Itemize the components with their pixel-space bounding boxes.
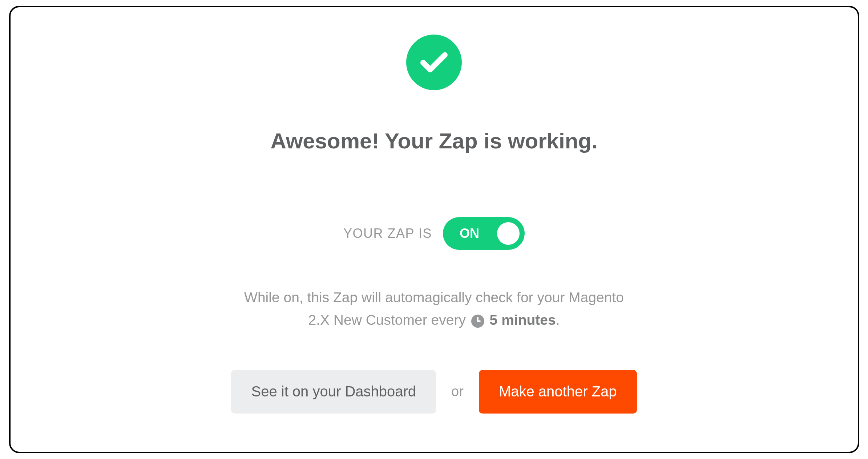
zap-on-toggle[interactable]: ON — [443, 217, 525, 250]
zap-status-row: YOUR ZAP IS ON — [343, 217, 525, 250]
description-line2-prefix: 2.X New Customer every — [308, 312, 469, 328]
check-interval: 5 minutes — [490, 312, 556, 328]
toggle-state-text: ON — [460, 226, 479, 241]
success-heading: Awesome! Your Zap is working. — [270, 128, 597, 153]
toggle-knob — [497, 222, 520, 245]
or-separator: or — [451, 384, 464, 399]
clock-icon — [471, 315, 484, 328]
success-check-icon — [406, 35, 462, 90]
description-line1: While on, this Zap will automagically ch… — [244, 290, 624, 305]
zap-success-dialog: Awesome! Your Zap is working. YOUR ZAP I… — [9, 6, 859, 453]
description-period: . — [556, 312, 560, 328]
zap-description: While on, this Zap will automagically ch… — [244, 286, 624, 332]
action-buttons: See it on your Dashboard or Make another… — [231, 370, 637, 414]
make-another-zap-button[interactable]: Make another Zap — [479, 370, 637, 414]
dashboard-button[interactable]: See it on your Dashboard — [231, 370, 436, 414]
zap-status-label: YOUR ZAP IS — [343, 226, 432, 241]
